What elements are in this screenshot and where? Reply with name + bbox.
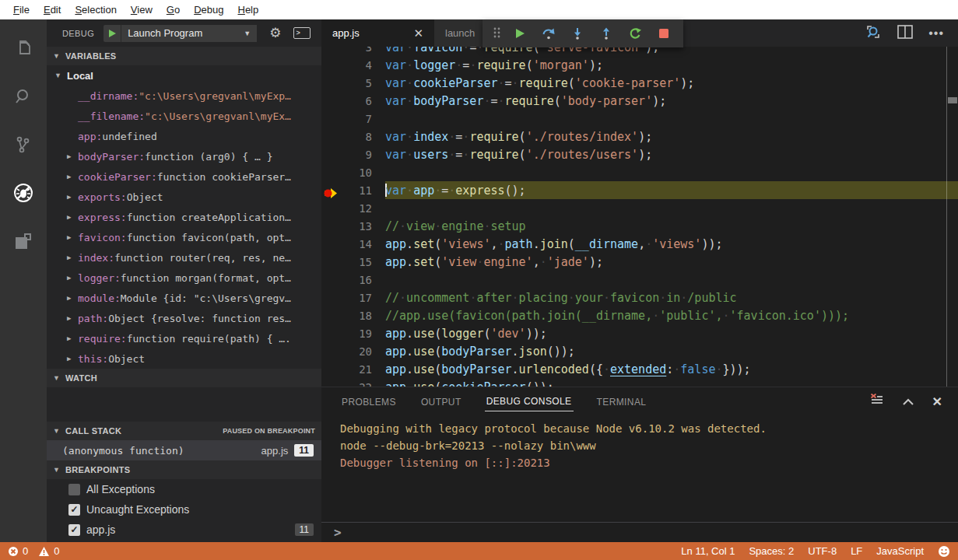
breakpoint-row[interactable]: ✓Uncaught Exceptions: [47, 499, 321, 520]
find-in-file-icon[interactable]: [865, 23, 882, 44]
code-line-17[interactable]: 17//·uncomment·after·placing·your·favico…: [321, 289, 958, 306]
variable-row[interactable]: ▶module: Module {id: "c:\Users\gregv…: [47, 288, 321, 308]
variable-row[interactable]: ▶this: Object: [47, 348, 321, 369]
checkbox[interactable]: ✓: [68, 504, 80, 516]
step-into-icon[interactable]: [566, 23, 589, 44]
variable-row[interactable]: ▶bodyParser: function (arg0) { … }: [47, 146, 321, 166]
variable-row[interactable]: ▶exports: Object: [47, 187, 321, 207]
code-line-5[interactable]: 5var·cookieParser·=·require('cookie-pars…: [321, 74, 958, 92]
status-lf[interactable]: LF: [851, 545, 862, 557]
status-spaces-2[interactable]: Spaces: 2: [749, 545, 794, 557]
expand-icon: ▶: [67, 274, 75, 282]
code-line-21[interactable]: 21app.use(bodyParser.urlencoded({·extend…: [321, 360, 958, 378]
scrollbar-handle[interactable]: [948, 97, 957, 103]
breakpoint-icon[interactable]: [324, 187, 339, 199]
collapse-icon: ▼: [53, 52, 61, 60]
status-javascript[interactable]: JavaScript: [876, 545, 924, 557]
more-actions-icon[interactable]: •••: [928, 26, 944, 40]
breakpoint-row[interactable]: All Exceptions: [47, 479, 321, 499]
close-panel-icon[interactable]: ✕: [932, 394, 942, 409]
grip-icon[interactable]: [490, 23, 503, 44]
code-line-8[interactable]: 8var·index·=·require('./routes/index');: [321, 128, 958, 145]
stop-icon[interactable]: [652, 23, 676, 44]
code-line-10[interactable]: 10: [321, 163, 958, 181]
step-over-icon[interactable]: [537, 23, 560, 44]
code-line-22[interactable]: 22app.use(cookieParser());: [321, 378, 958, 387]
code-line-6[interactable]: 6var·bodyParser·=·require('body-parser')…: [321, 92, 958, 110]
expand-icon: ▶: [67, 294, 75, 302]
code-line-11[interactable]: 11var·app·=·express();: [321, 181, 958, 199]
code-line-20[interactable]: 20app.use(bodyParser.json());: [321, 342, 958, 360]
code-line-3[interactable]: 3var·favicon·=·require('serve-favicon');: [321, 47, 958, 56]
menu-item-help[interactable]: Help: [230, 0, 265, 19]
continue-icon[interactable]: [508, 23, 532, 44]
variables-section-header[interactable]: ▼ VARIABLES: [47, 47, 321, 65]
breakpoints-section-header[interactable]: ▼ BREAKPOINTS: [47, 460, 321, 479]
restart-icon[interactable]: [623, 23, 647, 44]
code-line-12[interactable]: 12: [321, 199, 958, 217]
code-line-7[interactable]: 7: [321, 110, 958, 128]
explorer-icon[interactable]: [0, 24, 47, 72]
variable-row[interactable]: ▶index: function router(req, res, ne…: [47, 247, 321, 268]
expand-icon: ▶: [67, 213, 75, 221]
gear-icon[interactable]: ⚙: [269, 26, 281, 40]
panel-tab-output[interactable]: OUTPUT: [419, 392, 463, 411]
start-debug-button[interactable]: [104, 25, 121, 42]
search-icon[interactable]: [0, 72, 47, 121]
call-stack-section-header[interactable]: ▼ CALL STACK PAUSED ON BREAKPOINT: [47, 422, 321, 440]
breakpoint-row[interactable]: ✓app.js11: [47, 520, 321, 540]
scope-local[interactable]: ▼ Local: [47, 65, 321, 86]
menu-item-edit[interactable]: Edit: [37, 0, 68, 19]
checkbox[interactable]: ✓: [68, 524, 80, 536]
line-number: 8: [366, 131, 385, 143]
variable-row[interactable]: ▶require: function require(path) { ….: [47, 328, 321, 348]
variable-row[interactable]: ▶favicon: function favicon(path, opt…: [47, 227, 321, 247]
debug-icon[interactable]: [0, 169, 47, 217]
call-stack-frame[interactable]: (anonymous function)app.js11: [47, 440, 321, 460]
menu-item-go[interactable]: Go: [160, 0, 187, 19]
debug-console-toggle-icon[interactable]: >: [293, 27, 311, 39]
variable-row[interactable]: ▶express: function createApplication…: [47, 207, 321, 227]
variable-row[interactable]: app: undefined: [47, 126, 321, 146]
variable-row[interactable]: ▶cookieParser: function cookieParser…: [47, 166, 321, 187]
close-icon[interactable]: ✕: [410, 26, 426, 40]
menu-item-view[interactable]: View: [124, 0, 160, 19]
code-line-18[interactable]: 18//app.use(favicon(path.join(__dirname,…: [321, 306, 958, 324]
code-line-9[interactable]: 9var·users·=·require('./routes/users');: [321, 145, 958, 163]
variable-row[interactable]: ▶logger: function morgan(format, opt…: [47, 268, 321, 288]
code-line-19[interactable]: 19app.use(logger('dev'));: [321, 324, 958, 342]
clear-console-icon[interactable]: [870, 394, 884, 409]
debug-console-input[interactable]: >: [321, 522, 958, 542]
maximize-panel-icon[interactable]: [903, 394, 914, 408]
panel-tab-terminal[interactable]: TERMINAL: [595, 392, 648, 411]
status-ln-11-col-1[interactable]: Ln 11, Col 1: [681, 545, 735, 557]
source-control-icon[interactable]: [0, 121, 47, 169]
code-line-15[interactable]: 15app.set('view·engine',·'jade');: [321, 253, 958, 271]
step-out-icon[interactable]: [595, 23, 618, 44]
variable-row[interactable]: ▶path: Object {resolve: function res…: [47, 308, 321, 328]
editor-tab-app.js[interactable]: app.js✕: [321, 19, 434, 47]
code-line-4[interactable]: 4var·logger·=·require('morgan');: [321, 56, 958, 74]
code-line-13[interactable]: 13//·view·engine·setup: [321, 217, 958, 235]
code-line-16[interactable]: 16: [321, 271, 958, 289]
code-line-14[interactable]: 14app.set('views',·path.join(__dirname,·…: [321, 235, 958, 253]
variable-row[interactable]: __filename: "c:\Users\gregvanl\myEx…: [47, 106, 321, 126]
panel-tab-problems[interactable]: PROBLEMS: [340, 392, 398, 411]
menu-item-file[interactable]: File: [6, 0, 37, 19]
variable-row[interactable]: __dirname: "c:\Users\gregvanl\myExp…: [47, 86, 321, 106]
debug-config-dropdown[interactable]: Launch Program ▼: [121, 25, 257, 42]
menu-item-selection[interactable]: Selection: [68, 0, 123, 19]
warning-count[interactable]: 0: [54, 545, 59, 557]
code-editor[interactable]: 3var·favicon·=·require('serve-favicon');…: [321, 47, 958, 387]
extensions-icon[interactable]: [0, 217, 47, 265]
warnings-icon[interactable]: [38, 546, 50, 557]
status-utf-8[interactable]: UTF-8: [808, 545, 837, 557]
error-count[interactable]: 0: [23, 545, 28, 557]
errors-icon[interactable]: [8, 546, 19, 557]
split-editor-icon[interactable]: [897, 25, 913, 42]
feedback-smiley-icon[interactable]: [938, 545, 950, 558]
panel-tab-debug-console[interactable]: DEBUG CONSOLE: [485, 391, 574, 411]
watch-section-header[interactable]: ▼ WATCH: [47, 369, 321, 387]
checkbox[interactable]: [68, 484, 80, 495]
menu-item-debug[interactable]: Debug: [187, 0, 230, 19]
